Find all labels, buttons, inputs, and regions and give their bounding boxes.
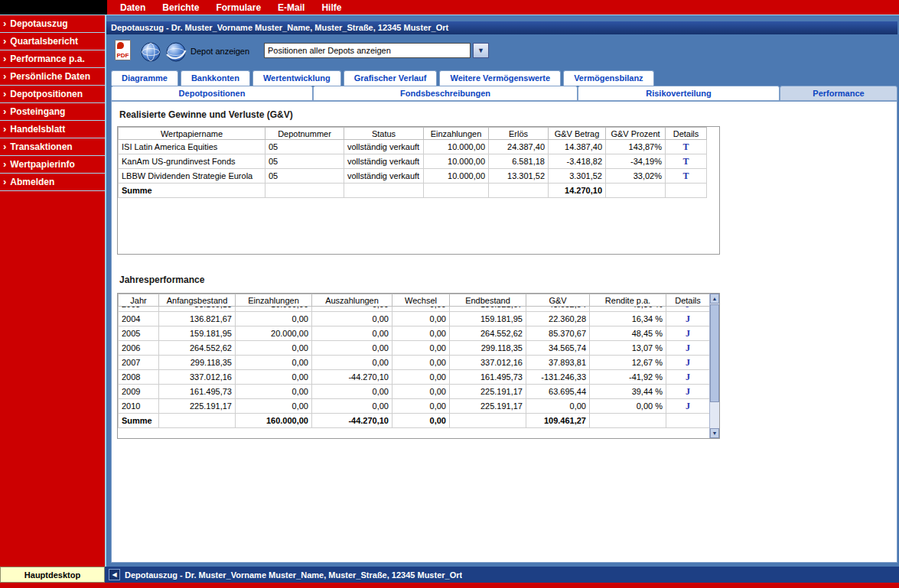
- header-row: JahrAnfangsbestandEinzahlungenAuszahlung…: [119, 294, 710, 307]
- column-header[interactable]: Wertpapiername: [119, 128, 265, 140]
- tab-fondsbeschreibungen[interactable]: Fondsbeschreibungen: [313, 86, 578, 101]
- sidebar: ›Depotauszug ›Quartalsbericht ›Performan…: [0, 15, 105, 567]
- column-header[interactable]: Einzahlungen: [424, 128, 489, 140]
- table-cell: 225.191,17: [450, 399, 526, 414]
- performance-section-title: Jahresperformance: [119, 275, 204, 285]
- tab-risikoverteilung[interactable]: Risikoverteilung: [578, 86, 780, 101]
- tab-vermoegensbilanz[interactable]: Vermögensbilanz: [563, 70, 653, 86]
- table-cell: 0,00: [392, 341, 450, 356]
- column-header[interactable]: Details: [666, 128, 707, 140]
- table-cell: 05: [265, 154, 344, 169]
- tab-weitere-vermoegenswerte[interactable]: Weitere Vermögenswerte: [439, 70, 561, 86]
- table-cell: -131.246,33: [526, 370, 590, 385]
- menu-bar: Daten Berichte Formulare E-Mail Hilfe: [0, 0, 899, 15]
- sidebar-item-depotpositionen[interactable]: ›Depotpositionen: [0, 86, 105, 103]
- table-cell: ISI Latin America Equities: [119, 140, 265, 154]
- sidebar-item-performance-pa[interactable]: ›Performance p.a.: [0, 50, 105, 68]
- details-link[interactable]: T: [666, 169, 707, 184]
- table-cell: [606, 184, 666, 198]
- sidebar-item-handelsblatt[interactable]: ›Handelsblatt: [0, 121, 105, 138]
- table-cell: 6.581,18: [489, 154, 549, 169]
- table-cell: 2008: [119, 370, 159, 385]
- table-cell: 0,00: [236, 356, 312, 370]
- menu-email[interactable]: E-Mail: [269, 2, 313, 13]
- sidebar-item-wertpapierinfo[interactable]: ›Wertpapierinfo: [0, 156, 105, 174]
- details-link[interactable]: J: [666, 341, 710, 356]
- table-cell: 136.821,67: [159, 312, 236, 326]
- performance-panel: Realisierte Gewinne und Verluste (G&V) W…: [111, 101, 897, 563]
- globe-sync-button[interactable]: [165, 41, 187, 63]
- table-cell: 0,00: [312, 312, 392, 326]
- depot-select[interactable]: Positionen aller Depots anzeigen: [264, 43, 471, 58]
- tab-performance[interactable]: Performance: [780, 86, 897, 101]
- details-link[interactable]: J: [666, 370, 710, 385]
- scroll-down-button[interactable]: ▼: [710, 428, 719, 438]
- table-cell: 337.012,16: [159, 370, 236, 385]
- table-cell: 0,00: [236, 370, 312, 385]
- details-link[interactable]: J: [666, 356, 710, 370]
- table-cell: [666, 414, 710, 428]
- sidebar-item-label: Depotpositionen: [10, 89, 83, 99]
- gains-scrollpane: WertpapiernameDepotnummerStatusEinzahlun…: [117, 126, 720, 255]
- scrollbar-thumb[interactable]: [710, 304, 719, 402]
- sidebar-item-posteingang[interactable]: ›Posteingang: [0, 103, 105, 121]
- table-cell: 225.191,17: [159, 399, 236, 414]
- column-header[interactable]: G&V: [526, 294, 590, 307]
- table-cell: 63.695,44: [526, 385, 590, 399]
- column-header[interactable]: G&V Prozent: [606, 128, 666, 140]
- details-link[interactable]: J: [666, 385, 710, 399]
- table-cell: 33,02%: [606, 169, 666, 184]
- column-header[interactable]: Details: [666, 294, 710, 307]
- tab-depotpositionen[interactable]: Depotpositionen: [111, 86, 313, 101]
- column-header[interactable]: Auszahlungen: [312, 294, 392, 307]
- table-cell: 85.370,67: [526, 326, 590, 341]
- sidebar-item-depotauszug[interactable]: ›Depotauszug: [0, 15, 105, 33]
- column-header[interactable]: Jahr: [119, 294, 159, 307]
- column-header[interactable]: Anfangsbestand: [159, 294, 236, 307]
- vertical-scrollbar[interactable]: ▲ ▼: [709, 294, 719, 438]
- taskbar-window-button[interactable]: Depotauszug - Dr. Muster_Vorname Muster_…: [125, 570, 462, 580]
- tab-wertentwicklung[interactable]: Wertentwicklung: [252, 70, 341, 86]
- table-body: ISI Latin America Equities05vollständig …: [119, 140, 707, 184]
- details-link[interactable]: J: [666, 312, 710, 326]
- details-link[interactable]: T: [666, 154, 707, 169]
- column-header[interactable]: Depotnummer: [265, 128, 344, 140]
- column-header[interactable]: G&V Betrag: [549, 128, 606, 140]
- menu-formulare[interactable]: Formulare: [207, 2, 269, 13]
- details-link[interactable]: J: [666, 399, 710, 414]
- table-cell: 13.301,52: [489, 169, 549, 184]
- menu-daten[interactable]: Daten: [112, 2, 154, 13]
- tab-grafischer-verlauf[interactable]: Grafischer Verlauf: [344, 70, 438, 86]
- table-cell: 13,07 %: [590, 341, 666, 356]
- taskbar-back-button[interactable]: ◀: [109, 569, 120, 580]
- details-link[interactable]: T: [666, 140, 707, 154]
- menu-hilfe[interactable]: Hilfe: [313, 2, 350, 13]
- combo-dropdown-button[interactable]: ▼: [473, 43, 489, 58]
- column-header[interactable]: Rendite p.a.: [590, 294, 666, 307]
- sidebar-item-transaktionen[interactable]: ›Transaktionen: [0, 138, 105, 156]
- sidebar-item-quartalsbericht[interactable]: ›Quartalsbericht: [0, 33, 105, 50]
- pdf-export-button[interactable]: PDF: [115, 40, 133, 63]
- summary-row: Summe 14.270,10: [119, 184, 707, 198]
- scroll-up-button[interactable]: ▲: [710, 294, 719, 304]
- sidebar-item-abmelden[interactable]: ›Abmelden: [0, 174, 105, 191]
- column-header[interactable]: Erlös: [489, 128, 549, 140]
- table-cell: vollständig verkauft: [344, 169, 424, 184]
- window-titlebar: Depotauszug - Dr. Muster_Vorname Muster_…: [106, 21, 897, 34]
- globe-button[interactable]: [140, 41, 161, 63]
- column-header[interactable]: Endbestand: [450, 294, 526, 307]
- column-header[interactable]: Wechsel: [392, 294, 450, 307]
- depot-anzeigen-label: Depot anzeigen: [191, 47, 249, 56]
- sidebar-item-persoenliche-daten[interactable]: ›Persönliche Daten: [0, 68, 105, 86]
- column-header[interactable]: Einzahlungen: [236, 294, 312, 307]
- table-cell: vollständig verkauft: [344, 140, 424, 154]
- table-cell: -34,19%: [606, 154, 666, 169]
- column-header[interactable]: Status: [344, 128, 424, 140]
- menu-berichte[interactable]: Berichte: [154, 2, 207, 13]
- tab-bankkonten[interactable]: Bankkonten: [181, 70, 250, 86]
- tab-diagramme[interactable]: Diagramme: [111, 70, 178, 86]
- details-link[interactable]: J: [666, 326, 710, 341]
- sidebar-item-label: Persönliche Daten: [10, 71, 90, 82]
- menubar-corner: [0, 0, 107, 15]
- hauptdesktop-button[interactable]: Hauptdesktop: [0, 567, 105, 583]
